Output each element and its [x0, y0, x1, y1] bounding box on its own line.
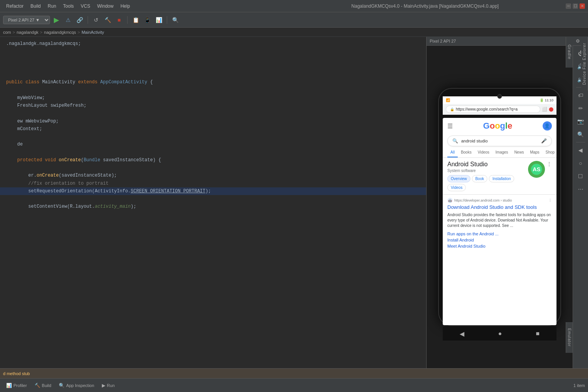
code-line-2 — [0, 48, 426, 55]
kp-more-button[interactable]: ⋮ — [546, 161, 552, 167]
build-icon: 🔨 — [35, 383, 40, 388]
phone-browser-bar[interactable]: 🔒 https://www.google.com/search?q=a ⬜ ⬤ — [443, 104, 556, 115]
rerun-button[interactable]: ↺ — [91, 15, 101, 25]
result-more-button[interactable]: ⋮ — [548, 198, 552, 202]
square-nav-button[interactable]: ☐ — [575, 170, 587, 182]
chip-installation[interactable]: Installation — [489, 175, 514, 182]
bookmark-icon[interactable]: ⬜ — [542, 107, 547, 112]
toolbar-separator-2 — [127, 16, 128, 24]
home-nav-button[interactable]: ○ — [575, 157, 587, 169]
menu-help[interactable]: Help — [117, 2, 133, 10]
url-bar[interactable]: 🔒 https://www.google.com/search?q=a — [446, 106, 540, 113]
profile-button[interactable]: 📊 — [154, 15, 164, 25]
phone-navigation-bar: ◀ ● ■ — [443, 327, 556, 341]
code-line-freshlayout: FreshLayout swipeRefresh; — [0, 102, 426, 109]
search-everywhere-button[interactable]: 🔍 — [170, 15, 180, 25]
device-file-explorer-tab[interactable]: Device File Explorer — [581, 37, 588, 91]
result-source: 🤖 https://developer.android.com › studio… — [447, 198, 552, 203]
device-selector[interactable]: Pixel 2 API 27 ▼ — [3, 16, 50, 24]
warning-strip: d method stub — [0, 368, 588, 378]
code-line-orientation: setRequestedOrientation(ActivityInfo.SCR… — [0, 187, 426, 195]
code-line-blank5 — [0, 164, 426, 172]
home-button[interactable]: ● — [498, 330, 502, 337]
maximize-button[interactable]: ☐ — [573, 3, 578, 9]
emulator-tab[interactable]: Emulator — [566, 322, 573, 353]
build-tab[interactable]: 🔨 Build — [32, 381, 54, 390]
more-options-button[interactable]: ⋯ — [575, 183, 587, 195]
tab-books[interactable]: Books — [458, 148, 475, 157]
tag-button[interactable]: 🏷 — [575, 89, 587, 101]
code-line-4 — [0, 63, 426, 71]
emulator-side-toolbar: ⏻ 🔊 🔈 🏷 ✏ 📷 🔍 ◀ ○ ☐ ⋯ — [573, 46, 588, 368]
code-line-oncreate: protected void onCreate(Bundle savedInst… — [0, 156, 426, 164]
lock-icon: 🔒 — [450, 108, 454, 111]
result-description: Android Studio provides the fastest tool… — [447, 212, 552, 228]
stop-button[interactable]: ■ — [114, 15, 124, 25]
breadcrumb-mainactivity[interactable]: MainActivity — [81, 30, 104, 35]
result-domain: https://developer.android.com › studio — [454, 198, 512, 202]
back-button[interactable]: ◀ — [460, 330, 464, 337]
code-line-blank1 — [0, 86, 426, 94]
result-link-install[interactable]: Install Android — [447, 237, 552, 243]
result-link-meet[interactable]: Meet Android Studio — [447, 243, 552, 249]
tab-maps[interactable]: Maps — [527, 148, 542, 157]
stop-icon[interactable]: ⬤ — [549, 107, 553, 112]
phone-screen: ☰ Google 👤 🔍 android studio 🎤 — [443, 118, 556, 325]
google-search-bar[interactable]: 🔍 android studio 🎤 — [447, 136, 552, 146]
chip-videos[interactable]: Videos — [447, 184, 466, 191]
run-tab[interactable]: ▶ Run — [99, 381, 118, 390]
profile-avatar[interactable]: 👤 — [543, 121, 552, 131]
screenshot-button[interactable]: 📷 — [575, 115, 587, 127]
tab-videos[interactable]: Videos — [475, 148, 492, 157]
title-bar: Refactor Build Run Tools VCS Window Help… — [0, 0, 588, 12]
close-button[interactable]: ✕ — [580, 3, 585, 9]
recents-button[interactable]: ■ — [536, 330, 540, 337]
build-button[interactable]: 🔨 — [103, 15, 113, 25]
result-title[interactable]: Download Android Studio and SDK tools — [447, 204, 537, 210]
menu-window[interactable]: Window — [94, 2, 117, 10]
minimize-button[interactable]: ─ — [566, 3, 571, 9]
edit-button[interactable]: ✏ — [575, 102, 587, 114]
zoom-button[interactable]: 🔍 — [575, 128, 587, 141]
menu-refactor[interactable]: Refactor — [3, 2, 27, 10]
app-inspection-tab[interactable]: 🔍 App Inspection — [56, 381, 97, 390]
hamburger-menu[interactable]: ☰ — [447, 122, 453, 130]
chip-book[interactable]: Book — [472, 175, 488, 182]
code-editor[interactable]: .nagalandgk.nagalandgkmcqs; public class… — [0, 37, 426, 368]
result-link-run[interactable]: Run apps on the Android ... — [447, 231, 552, 237]
back-nav-button[interactable]: ◀ — [575, 144, 587, 156]
tab-images[interactable]: Images — [492, 148, 511, 157]
debug-button[interactable]: ⚠ — [63, 15, 73, 25]
breadcrumb-nagalandgk[interactable]: nagalandgk — [17, 30, 38, 35]
code-line-mainactivity: public class MainActivity extends AppCom… — [0, 78, 426, 86]
google-logo: Google — [483, 121, 512, 131]
emulator-settings-button[interactable]: ⚙ — [576, 38, 580, 44]
search-result: 🤖 https://developer.android.com › studio… — [443, 195, 556, 252]
menu-build[interactable]: Build — [27, 2, 44, 10]
run-label: Run — [107, 383, 115, 388]
app-inspection-icon: 🔍 — [59, 383, 65, 388]
emulator-header: Pixel 2 API 27 ⚙ ─ — [427, 37, 588, 46]
breadcrumb-nagalandgkmcqs[interactable]: nagalandgkmcqs — [44, 30, 76, 35]
search-icon: 🔍 — [452, 138, 458, 144]
code-line-blank4 — [0, 149, 426, 156]
mic-icon[interactable]: 🎤 — [541, 138, 547, 144]
gradle-tab[interactable]: Gradle — [566, 37, 573, 68]
breadcrumb-com[interactable]: com — [3, 30, 11, 35]
attach-debugger-button[interactable]: 🔗 — [75, 15, 85, 25]
tab-shop[interactable]: Shop — [543, 148, 556, 157]
menu-run[interactable]: Run — [45, 2, 59, 10]
tab-all[interactable]: All — [447, 148, 458, 157]
code-line-1: .nagalandgk.nagalandgkmcqs; — [0, 40, 426, 48]
sdk-manager-button[interactable]: 📋 — [131, 15, 141, 25]
avd-manager-button[interactable]: 📱 — [142, 15, 152, 25]
run-button[interactable]: ▶ — [51, 15, 61, 25]
menu-vcs[interactable]: VCS — [78, 2, 93, 10]
chip-overview[interactable]: Overview — [447, 175, 470, 182]
menu-tools[interactable]: Tools — [60, 2, 77, 10]
tab-news[interactable]: News — [511, 148, 527, 157]
profiler-label: Profiler — [13, 383, 27, 388]
google-header: ☰ Google 👤 — [443, 118, 556, 134]
warning-text: d method stub — [3, 371, 30, 376]
profiler-tab[interactable]: 📊 Profiler — [3, 381, 30, 390]
